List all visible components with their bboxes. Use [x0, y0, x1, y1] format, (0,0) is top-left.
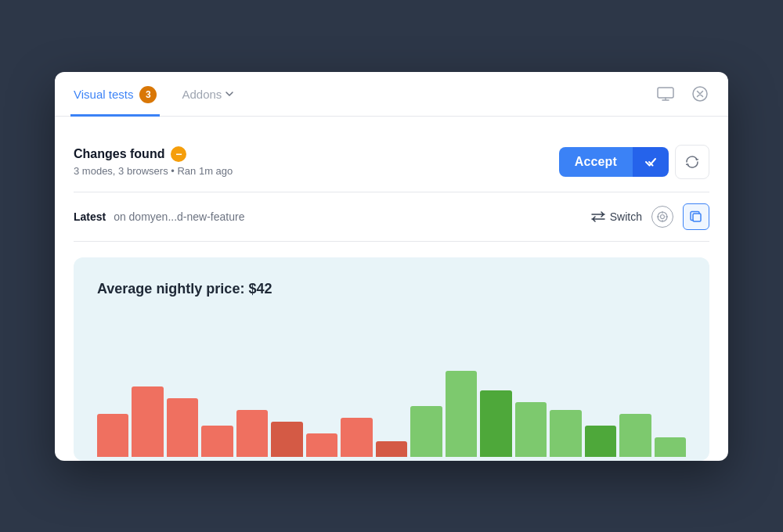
chart-bar [271, 422, 302, 457]
chart-bar [236, 410, 268, 457]
main-content: Changes found − 3 modes, 3 browsers • Ra… [55, 117, 728, 461]
close-button[interactable] [687, 81, 713, 106]
latest-row: Latest on domyen...d-new-feature Switch [74, 192, 709, 242]
accept-button-group: Accept [559, 147, 669, 177]
switch-button[interactable]: Switch [591, 210, 642, 223]
bar-chart [97, 316, 686, 457]
warning-icon: − [171, 146, 186, 162]
accept-check-button[interactable] [633, 147, 669, 177]
chart-bar [341, 418, 372, 457]
chart-area: Average nightly price: $42 [74, 257, 709, 461]
chart-bar [515, 402, 547, 457]
chart-bar [201, 426, 233, 457]
chart-bar [410, 406, 442, 457]
changes-found-label: Changes found [74, 147, 164, 161]
chart-bar [480, 390, 511, 457]
tab-visual-tests-badge: 3 [139, 86, 157, 103]
chart-bar [446, 371, 477, 457]
tab-bar: Visual tests 3 Addons [55, 72, 728, 117]
chart-bar [585, 426, 616, 457]
target-button[interactable] [651, 206, 673, 228]
svg-rect-8 [693, 214, 701, 221]
refresh-button[interactable] [675, 145, 709, 179]
copy-button[interactable] [683, 203, 709, 230]
tab-visual-tests[interactable]: Visual tests 3 [70, 72, 160, 117]
chart-bar [97, 414, 128, 457]
latest-actions: Switch [591, 203, 709, 230]
chart-bar [655, 437, 686, 457]
chart-bar [619, 414, 651, 457]
main-window: Visual tests 3 Addons [55, 72, 728, 461]
chart-bar [306, 433, 337, 457]
tab-bar-actions [653, 81, 713, 106]
svg-point-3 [661, 214, 665, 218]
changes-row: Changes found − 3 modes, 3 browsers • Ra… [74, 132, 709, 192]
latest-label: Latest [74, 210, 106, 223]
changes-info: Changes found − 3 modes, 3 browsers • Ra… [74, 146, 559, 177]
tab-addons[interactable]: Addons [179, 74, 237, 114]
chart-bar [550, 410, 581, 457]
switch-label: Switch [610, 210, 642, 223]
chart-title: Average nightly price: $42 [97, 281, 686, 297]
tab-visual-tests-label: Visual tests [74, 88, 133, 101]
accept-button[interactable]: Accept [559, 147, 633, 177]
tab-addons-label: Addons [182, 88, 222, 101]
chart-bar [376, 441, 407, 457]
svg-rect-0 [658, 88, 673, 98]
chevron-down-icon [225, 88, 234, 101]
latest-branch: on domyen...d-new-feature [114, 210, 244, 223]
changes-title: Changes found − [74, 146, 559, 162]
changes-actions: Accept [559, 145, 709, 179]
chart-bar [132, 386, 163, 457]
monitor-button[interactable] [653, 81, 678, 106]
changes-subtitle: 3 modes, 3 browsers • Ran 1m ago [74, 165, 559, 177]
chart-bar [167, 398, 198, 457]
latest-info: Latest on domyen...d-new-feature [74, 210, 591, 223]
